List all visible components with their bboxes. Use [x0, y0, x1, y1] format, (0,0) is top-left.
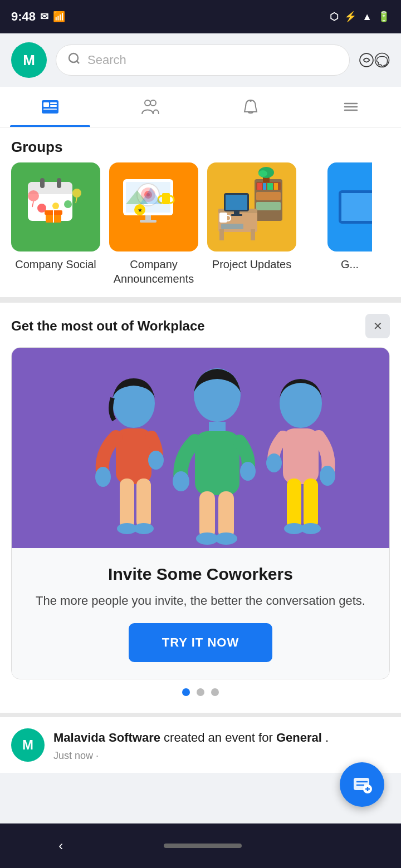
svg-point-71 [95, 467, 111, 487]
feed-time: Just now · [53, 750, 329, 762]
close-promo-button[interactable]: ✕ [365, 314, 390, 338]
svg-rect-42 [140, 220, 157, 223]
groups-scroll: Company Social [0, 162, 401, 297]
svg-rect-51 [274, 183, 278, 190]
feed-target: General [276, 731, 322, 744]
svg-point-80 [173, 471, 189, 491]
user-avatar[interactable]: M [11, 42, 47, 78]
svg-point-93 [301, 523, 321, 534]
promo-banner-title: Get the most out of Workplace [11, 318, 205, 334]
group-card-company-announcements[interactable]: ★ Company Announcements [109, 162, 198, 286]
svg-rect-5 [43, 102, 49, 107]
svg-rect-62 [221, 224, 243, 229]
svg-point-54 [258, 170, 267, 177]
svg-rect-90 [287, 479, 301, 529]
search-bar[interactable]: Search [56, 45, 350, 76]
home-indicator[interactable] [164, 844, 242, 848]
svg-point-27 [28, 190, 39, 201]
bluetooth-icon: ⚡ [344, 11, 356, 23]
tab-notifications[interactable] [200, 87, 301, 127]
svg-point-2 [360, 53, 373, 67]
groups-section: Groups [0, 127, 401, 297]
signal-icon: 📶 [53, 11, 65, 23]
promo-content: Invite Some Coworkers The more people yo… [12, 548, 389, 679]
svg-point-76 [134, 523, 154, 534]
svg-point-89 [320, 466, 335, 486]
tab-menu[interactable] [301, 87, 401, 127]
feed-action: created an event for [164, 731, 276, 744]
feed-text: Malavida Software created an event for G… [53, 728, 329, 747]
back-button[interactable]: ‹ [42, 832, 80, 859]
svg-rect-64 [251, 229, 255, 240]
group-card-general[interactable]: G... [305, 162, 394, 286]
svg-point-85 [215, 532, 237, 545]
svg-point-72 [148, 451, 164, 470]
chat-button[interactable] [359, 45, 390, 76]
promo-card-title: Invite Some Coworkers [25, 565, 376, 584]
svg-rect-83 [218, 491, 234, 539]
svg-rect-20 [57, 178, 61, 188]
promo-card-description: The more people you invite, the better t… [25, 591, 376, 610]
bottom-navigation-bar: ‹ [0, 823, 401, 868]
svg-rect-8 [43, 108, 57, 110]
group-label-company-announcements: Company Announcements [109, 257, 198, 286]
promo-card: Invite Some Coworkers The more people yo… [11, 347, 390, 679]
svg-rect-91 [304, 479, 318, 529]
svg-line-1 [77, 61, 79, 63]
svg-text:★: ★ [138, 207, 143, 213]
svg-point-10 [150, 100, 156, 106]
dot-1[interactable] [182, 688, 190, 696]
svg-rect-19 [40, 178, 45, 188]
svg-rect-6 [50, 102, 57, 104]
svg-rect-74 [136, 479, 151, 529]
svg-point-81 [240, 462, 256, 481]
section-divider [0, 297, 401, 303]
svg-rect-49 [263, 183, 266, 190]
groups-title: Groups [0, 127, 401, 162]
group-label-project-updates: Project Updates [212, 257, 291, 272]
svg-rect-46 [256, 192, 281, 200]
svg-rect-73 [120, 479, 134, 529]
header: M Search [0, 33, 401, 87]
try-it-now-button[interactable]: TRY IT NOW [129, 623, 272, 662]
svg-rect-47 [256, 202, 281, 210]
tab-people[interactable] [100, 87, 200, 127]
group-label-company-social: Company Social [15, 257, 96, 272]
cast-icon: ⬡ [330, 11, 339, 23]
svg-point-11 [250, 100, 252, 102]
svg-rect-50 [267, 183, 273, 190]
promo-image [12, 348, 389, 548]
mail-icon: ✉ [40, 11, 48, 23]
group-card-company-social[interactable]: Company Social [11, 162, 100, 286]
feed-text-block: Malavida Software created an event for G… [53, 728, 329, 762]
group-card-project-updates[interactable]: Project Updates [207, 162, 296, 286]
svg-rect-60 [231, 214, 242, 216]
svg-rect-41 [145, 215, 151, 220]
svg-point-29 [72, 189, 81, 198]
svg-rect-82 [199, 491, 215, 539]
feed-avatar: M [11, 728, 45, 762]
dot-2[interactable] [197, 688, 204, 696]
nav-tabs [0, 87, 401, 127]
svg-point-22 [52, 203, 59, 209]
search-icon [67, 52, 81, 68]
battery-icon: 🔋 [378, 11, 390, 23]
tab-feed[interactable] [0, 87, 100, 127]
feed-period: . [325, 731, 329, 744]
wifi-icon: ▲ [362, 11, 372, 23]
feed-author: Malavida Software [53, 731, 160, 744]
feed-item: M Malavida Software created an event for… [0, 717, 401, 773]
feed-divider [0, 713, 401, 717]
svg-rect-7 [50, 105, 57, 107]
group-label-general: G... [341, 257, 359, 272]
svg-rect-38 [162, 193, 170, 204]
compose-fab[interactable] [340, 762, 384, 807]
dot-3[interactable] [211, 688, 219, 696]
svg-point-88 [266, 453, 282, 472]
svg-point-9 [145, 100, 150, 106]
svg-rect-58 [226, 195, 247, 210]
svg-point-3 [375, 53, 389, 67]
svg-rect-67 [341, 193, 372, 221]
carousel-dots [11, 679, 390, 702]
svg-point-23 [64, 200, 72, 208]
